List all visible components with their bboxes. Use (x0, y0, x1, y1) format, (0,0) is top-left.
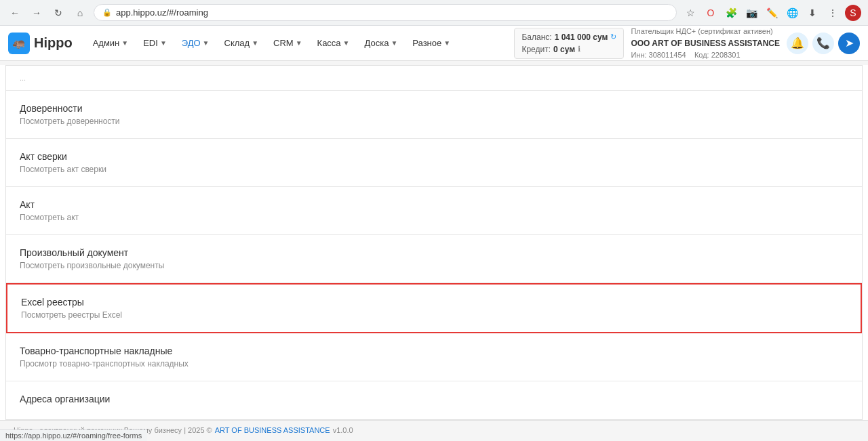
nav-admin[interactable]: Админ ▼ (86, 34, 136, 52)
menu-item-title: Акт сверки (20, 151, 848, 162)
nav-doska[interactable]: Доска ▼ (358, 34, 405, 52)
company-inn-code: Инн: 308011454 Код: 2208301 (631, 49, 780, 61)
screenshot-button[interactable]: 📷 (743, 5, 760, 21)
menu-item-excel-registry[interactable]: Excel реестры Посмотреть реестры Excel (6, 283, 862, 333)
vat-status: Плательщик НДС+ (сертификат активен) (631, 26, 780, 37)
status-url: https://app.hippo.uz/#/roaming/free-form… (5, 432, 142, 440)
menu-item-desc: Посмотреть произвольные документы (20, 261, 848, 270)
nav-menu: Админ ▼ EDI ▼ ЭДО ▼ Склад ▼ CRM ▼ Касса … (86, 34, 508, 52)
menu-item-title: Доверенности (20, 103, 848, 114)
above-fold-indicator: ... (6, 71, 862, 85)
nav-sklad-arrow: ▼ (252, 39, 258, 47)
menu-item-title: Адреса организации (20, 394, 848, 404)
menu-item-desc: Просмотр товарно-транспортных накладных (20, 359, 848, 369)
nav-doska-arrow: ▼ (391, 39, 397, 47)
nav-kassa-arrow: ▼ (343, 39, 350, 47)
scroll-spacer: ... (6, 66, 862, 91)
extensions-button[interactable]: 🧩 (723, 5, 739, 21)
menu-item-proizvolny[interactable]: Произвольный документ Посмотреть произво… (6, 235, 862, 283)
footer-link[interactable]: ART OF BUSINESS ASSISTANCE (215, 426, 330, 434)
nav-admin-arrow: ▼ (121, 39, 128, 47)
menu-item-doverennosti[interactable]: Доверенности Посмотреть доверенности (6, 91, 862, 139)
menu-item-adresa[interactable]: Адреса организации (6, 381, 862, 419)
company-inn: Инн: 308011454 (631, 51, 686, 59)
nav-kassa[interactable]: Касса ▼ (311, 34, 357, 52)
menu-item-desc: Посмотреть доверенности (20, 117, 848, 126)
url-text: app.hippo.uz/#/roaming (116, 7, 668, 18)
company-name: OOO ART OF BUSINESS ASSISTANCE (631, 37, 780, 49)
nav-raznoe[interactable]: Разное ▼ (406, 34, 457, 52)
nav-edi-arrow: ▼ (160, 39, 167, 47)
footer-version: v1.0.0 (333, 426, 353, 434)
secure-icon: 🔒 (102, 8, 112, 17)
phone-button[interactable]: 📞 (812, 33, 834, 54)
forward-button[interactable]: → (28, 5, 45, 21)
main-content: ... Доверенности Посмотреть доверенности… (0, 65, 868, 420)
download-button[interactable]: ⬇ (804, 5, 821, 21)
address-bar[interactable]: 🔒 app.hippo.uz/#/roaming (94, 4, 677, 21)
translate-button[interactable]: 🌐 (784, 5, 800, 21)
back-button[interactable]: ← (7, 5, 23, 21)
menu-item-desc: Посмотреть акт сверки (20, 165, 848, 174)
refresh-icon[interactable]: ↻ (610, 31, 616, 43)
nav-raznoe-arrow: ▼ (443, 39, 450, 47)
nav-edo[interactable]: ЭДО ▼ (175, 34, 216, 52)
home-button[interactable]: ⌂ (72, 5, 88, 21)
header-right: Баланс: 1 041 000 сум ↻ Кредит: 0 сум ℹ … (514, 26, 860, 60)
browser-toolbar: ← → ↻ ⌂ 🔒 app.hippo.uz/#/roaming ☆ O 🧩 📷… (0, 0, 868, 25)
reload-button[interactable]: ↻ (50, 5, 66, 21)
app-header: 🦛 Hippo Админ ▼ EDI ▼ ЭДО ▼ Склад ▼ CRM … (0, 26, 868, 61)
user-profile-button[interactable]: S (845, 5, 861, 21)
nav-sklad[interactable]: Склад ▼ (218, 34, 266, 52)
menu-item-title: Товарно-транспортные накладные (20, 345, 848, 356)
info-icon[interactable]: ℹ (578, 43, 580, 55)
browser-chrome: ← → ↻ ⌂ 🔒 app.hippo.uz/#/roaming ☆ O 🧩 📷… (0, 0, 868, 26)
nav-crm-arrow: ▼ (296, 39, 302, 47)
menu-item-title: Excel реестры (21, 297, 847, 308)
menu-button[interactable]: ⋮ (825, 5, 841, 21)
logo-icon: 🦛 (8, 33, 30, 54)
menu-item-title: Акт (20, 199, 848, 210)
logo-text: Hippo (34, 35, 73, 51)
menu-item-desc: Посмотреть акт (20, 213, 848, 222)
company-code: Код: 2208301 (694, 51, 741, 59)
edit-button[interactable]: ✏️ (764, 5, 780, 21)
bookmark-button[interactable]: ☆ (682, 5, 698, 21)
user-menu-button[interactable]: ➤ (838, 33, 860, 54)
credit-label: Кредит: (521, 43, 551, 56)
status-bar: https://app.hippo.uz/#/roaming/free-form… (0, 429, 147, 440)
opera-icon[interactable]: O (703, 5, 719, 21)
nav-edo-arrow: ▼ (203, 39, 210, 47)
logo-area[interactable]: 🦛 Hippo (8, 33, 73, 54)
content-container: ... Доверенности Посмотреть доверенности… (5, 65, 863, 420)
nav-edi[interactable]: EDI ▼ (136, 34, 174, 52)
balance-block: Баланс: 1 041 000 сум ↻ Кредит: 0 сум ℹ (514, 28, 624, 59)
company-block: Плательщик НДС+ (сертификат активен) OOO… (631, 26, 780, 60)
nav-crm[interactable]: CRM ▼ (267, 34, 309, 52)
credit-value: 0 сум (553, 43, 575, 56)
notifications-button[interactable]: 🔔 (787, 33, 808, 54)
menu-item-akt[interactable]: Акт Посмотреть акт (6, 187, 862, 235)
balance-label: Баланс: (521, 31, 551, 43)
balance-value: 1 041 000 сум (555, 31, 608, 43)
menu-item-title: Произвольный документ (20, 247, 848, 258)
header-icons: 🔔 📞 ➤ (787, 33, 860, 54)
menu-item-desc: Посмотреть реестры Excel (21, 310, 847, 320)
menu-item-akt-sverki[interactable]: Акт сверки Посмотреть акт сверки (6, 139, 862, 187)
browser-actions: ☆ O 🧩 📷 ✏️ 🌐 ⬇ ⋮ S (682, 5, 861, 21)
menu-item-ttn[interactable]: Товарно-транспортные накладные Просмотр … (6, 333, 862, 381)
